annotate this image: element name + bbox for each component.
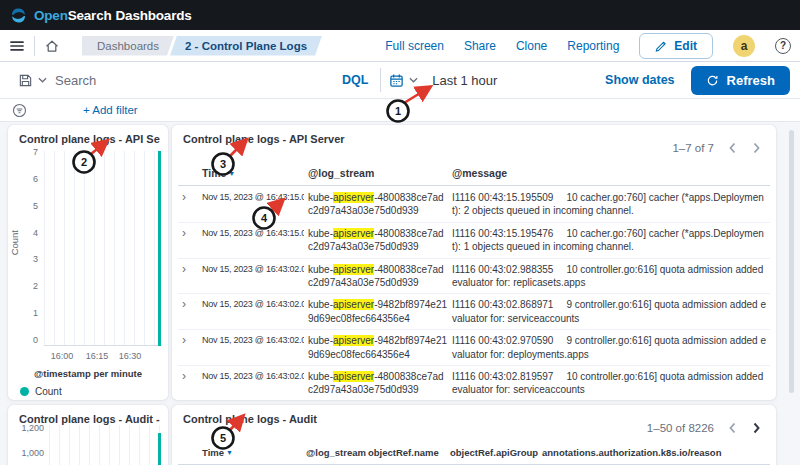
highlighted-term: apiserver (333, 264, 374, 275)
log-stream-cell: kube-apiserver-4800838ce7adc2d97a43a03e7… (308, 263, 448, 290)
menu-icon[interactable] (9, 38, 25, 54)
x-axis-label: @timestamp per minute (8, 368, 168, 379)
time-cell: Nov 15, 2023 @ 16:43:02.000 (202, 298, 304, 310)
refresh-button[interactable]: Refresh (691, 66, 790, 95)
table-row: ›Nov 15, 2023 @ 16:43:02.000kube-apiserv… (178, 259, 770, 295)
time-cell: Nov 15, 2023 @ 16:43:15.000 (202, 227, 304, 239)
clone-link[interactable]: Clone (516, 39, 547, 53)
pagination-prev-icon[interactable] (722, 138, 742, 158)
table-row: ›Nov 15, 2023 @ 16:43:15.000kube-apiserv… (178, 187, 770, 223)
table-row: ›Nov 15, 2023 @ 16:43:02.000kube-apiserv… (178, 294, 770, 330)
page-scrollbar[interactable] (789, 130, 794, 393)
highlighted-term: apiserver (333, 228, 374, 239)
pagination-label: 1–7 of 7 (672, 142, 714, 154)
expand-row-icon[interactable]: › (182, 370, 198, 383)
y-axis-ticks: 1,200 1,000 (12, 423, 44, 458)
breadcrumb-dashboards[interactable]: Dashboards (82, 36, 174, 56)
expand-row-icon[interactable]: › (182, 263, 198, 276)
message-cell: I1116 00:43:15.19550910 cacher.go:760] c… (452, 191, 766, 218)
count-bar[interactable] (158, 151, 161, 346)
save-icon (18, 73, 33, 88)
count-bar[interactable] (158, 433, 161, 465)
filter-icon[interactable] (12, 103, 27, 118)
nav-actions: Full screen Share Clone Reporting Edit a… (385, 33, 791, 59)
pagination-next-icon[interactable] (746, 418, 766, 438)
home-icon[interactable] (44, 38, 60, 54)
panel-audit-logs: Control plane logs - Audit 1–50 of 8226 … (172, 405, 776, 465)
filter-bar: + Add filter (0, 99, 800, 122)
app-title: OpenSearchDashboards (34, 8, 192, 23)
dql-selector[interactable]: DQL (330, 73, 380, 87)
opensearch-logo-icon (10, 7, 27, 24)
pagination-prev-icon[interactable] (722, 418, 742, 438)
calendar-icon (389, 73, 404, 88)
pagination-next-icon[interactable] (746, 138, 766, 158)
avatar[interactable]: a (733, 35, 755, 57)
column-log-stream[interactable]: @log_stream (306, 447, 364, 458)
add-filter-link[interactable]: + Add filter (83, 104, 138, 116)
pagination-label: 1–50 of 8226 (647, 422, 714, 434)
log-stream-cell: kube-apiserver-4800838ce7adc2d97a43a03e7… (308, 227, 448, 254)
message-cell: I1116 00:43:02.8689719 controller.go:616… (452, 298, 766, 325)
query-bar: DQL Last 1 hour Show dates Refresh (0, 62, 800, 99)
saved-query-menu-button[interactable] (10, 73, 55, 88)
time-cell: Nov 15, 2023 @ 16:43:02.000 (202, 263, 304, 275)
expand-row-icon[interactable]: › (182, 191, 198, 204)
full-screen-link[interactable]: Full screen (385, 39, 444, 53)
column-message[interactable]: @message (452, 167, 766, 179)
column-objectref-name[interactable]: objectRef.name (368, 447, 446, 458)
legend-dot-icon (20, 387, 29, 396)
date-picker-button[interactable] (381, 73, 426, 88)
column-time[interactable]: Time▼ (202, 167, 304, 179)
highlighted-term: apiserver (333, 335, 374, 346)
panel-audit-chart: Control plane logs - Audit - Date ... 1,… (8, 405, 168, 465)
log-stream-cell: kube-apiserver-9482bf8974e219d69ec08fec6… (308, 334, 448, 361)
refresh-icon (706, 74, 719, 87)
column-objectref-apigroup[interactable]: objectRef.apiGroup (450, 447, 538, 458)
time-cell: Nov 15, 2023 @ 16:43:15.000 (202, 191, 304, 203)
show-dates-link[interactable]: Show dates (605, 73, 674, 87)
share-link[interactable]: Share (464, 39, 496, 53)
help-icon[interactable]: ? (775, 38, 791, 54)
table-row: ›Nov 15, 2023 @ 16:43:15.000kube-apiserv… (178, 223, 770, 259)
message-cell: I1116 00:43:02.98835510 controller.go:61… (452, 263, 766, 290)
time-cell: Nov 15, 2023 @ 16:43:02.000 (202, 370, 304, 382)
message-cell: I1116 00:43:15.19547610 cacher.go:760] c… (452, 227, 766, 254)
table-row: ›Nov 15, 2023 @ 16:43:02.000kube-apiserv… (178, 366, 770, 400)
sort-desc-icon: ▼ (226, 449, 233, 456)
column-time[interactable]: Time▼ (202, 447, 302, 458)
panel-title[interactable]: Control plane logs - API Server - ... (19, 133, 160, 145)
time-range-value[interactable]: Last 1 hour (426, 73, 503, 88)
chevron-down-icon (38, 77, 47, 83)
message-cell: I1116 00:43:02.81959710 controller.go:61… (452, 370, 766, 397)
reporting-link[interactable]: Reporting (567, 39, 619, 53)
highlighted-term: apiserver (333, 371, 374, 382)
edit-button[interactable]: Edit (639, 33, 713, 59)
expand-row-icon[interactable]: › (182, 298, 198, 311)
highlighted-term: apiserver (333, 192, 374, 203)
column-log-stream[interactable]: @log_stream (308, 167, 448, 179)
chart-plot-area[interactable] (44, 151, 162, 346)
chart-plot-area[interactable] (49, 425, 162, 465)
chevron-down-icon (409, 77, 418, 83)
panel-api-server-chart: Control plane logs - API Server - ... Co… (8, 125, 168, 400)
table-header: Time▼ @log_stream @message (178, 162, 770, 186)
chart-legend[interactable]: Count (20, 386, 62, 397)
breadcrumb-current-dashboard[interactable]: 2 - Control Plane Logs (170, 36, 322, 56)
message-cell: I1116 00:43:02.9705909 controller.go:616… (452, 334, 766, 361)
y-axis-ticks: 7 6 5 4 3 2 1 0 (14, 147, 38, 345)
table-row: ›Nov 15, 2023 @ 16:43:02.000kube-apiserv… (178, 330, 770, 366)
table-header: Time▼ @log_stream objectRef.name objectR… (178, 442, 770, 465)
pencil-icon (655, 39, 668, 52)
expand-row-icon[interactable]: › (182, 334, 198, 347)
expand-row-icon[interactable]: › (182, 227, 198, 240)
search-input[interactable] (55, 73, 330, 88)
opensearch-dashboards-app: OpenSearchDashboards Dashboards 2 - Cont… (0, 0, 800, 465)
highlighted-term: apiserver (333, 299, 374, 310)
breadcrumb: Dashboards 2 - Control Plane Logs (82, 36, 322, 56)
divider (34, 36, 35, 56)
log-stream-cell: kube-apiserver-4800838ce7adc2d97a43a03e7… (308, 191, 448, 218)
column-annotations-reason[interactable]: annotations.authorization.k8s.io/reason (542, 447, 766, 458)
log-stream-cell: kube-apiserver-9482bf8974e219d69ec08fec6… (308, 298, 448, 325)
nav-bar: Dashboards 2 - Control Plane Logs Full s… (0, 30, 800, 62)
